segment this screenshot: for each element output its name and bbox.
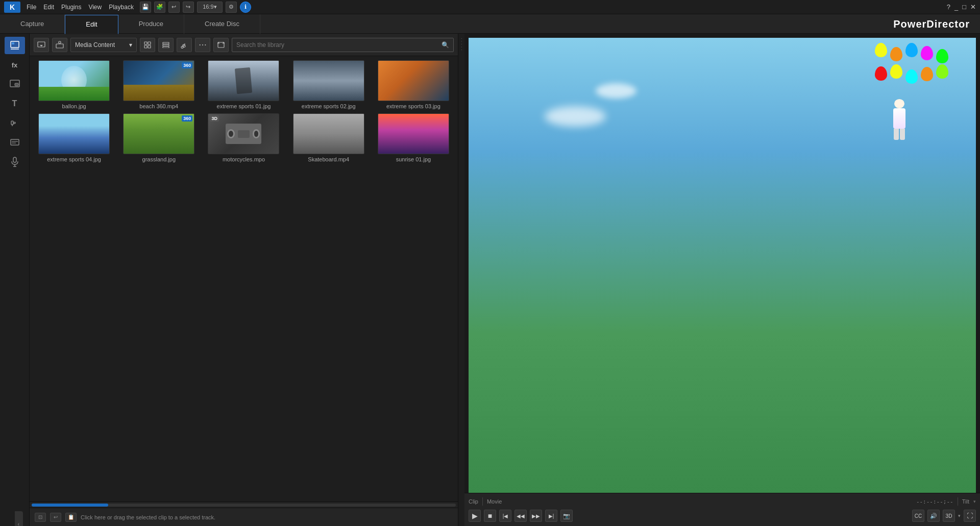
media-filename: extreme sports 01.jpg	[217, 103, 271, 109]
list-item[interactable]: extreme sports 03.jpg	[373, 60, 454, 109]
media-thumbnail	[293, 113, 364, 154]
scrollbar-track[interactable]	[32, 504, 456, 507]
restore-button[interactable]: □	[962, 3, 966, 11]
svg-rect-20	[148, 45, 151, 48]
media-filename: extreme sports 04.jpg	[47, 156, 101, 162]
menu-plugins[interactable]: Plugins	[61, 4, 81, 11]
svg-rect-15	[56, 44, 63, 48]
sidebar-item-captions[interactable]	[5, 134, 25, 151]
list-item[interactable]: 360 grassland.jpg	[118, 113, 199, 162]
next-slow-button[interactable]: ▶▶	[530, 510, 542, 522]
3d-mode-button[interactable]: 3D	[943, 510, 955, 522]
fullscreen-button[interactable]: ⛶	[964, 510, 976, 522]
prev-slow-button[interactable]: ◀◀	[514, 510, 527, 522]
media-scrollbar[interactable]	[30, 501, 458, 508]
plugins-button[interactable]	[52, 38, 67, 52]
tab-produce[interactable]: Produce	[118, 14, 184, 34]
dropdown-chevron-icon: ▾	[129, 41, 132, 49]
undo-icon[interactable]: ↩	[168, 2, 180, 13]
save-icon[interactable]: 💾	[140, 2, 151, 13]
menu-view[interactable]: View	[88, 4, 102, 11]
close-button[interactable]: ✕	[970, 3, 976, 11]
movie-label: Movie	[487, 498, 502, 505]
svg-rect-9	[13, 157, 16, 162]
app-brand: PowerDirector	[893, 18, 970, 30]
view-grid-button[interactable]	[140, 38, 155, 52]
timecode-display: --:--:--;--	[916, 498, 953, 505]
search-input[interactable]	[236, 41, 438, 49]
preview-panel: Clip Movie --:--:--;-- Tilt ▾ ▶ ■ |◀ ◀◀ …	[464, 34, 980, 526]
svg-rect-1	[12, 42, 14, 44]
list-item[interactable]: Skateboard.mp4	[288, 113, 369, 162]
tab-edit[interactable]: Edit	[65, 15, 118, 34]
play-button[interactable]: ▶	[469, 510, 481, 522]
sidebar-item-title[interactable]: T	[5, 95, 25, 112]
tab-capture[interactable]: Capture	[0, 14, 65, 34]
sidebar-item-pip[interactable]	[5, 76, 25, 93]
window-controls: ? _ □ ✕	[947, 3, 976, 11]
audio-button[interactable]: 🔊	[927, 510, 940, 522]
svg-rect-14	[59, 41, 61, 43]
notification-icon[interactable]: ℹ	[240, 2, 251, 13]
main-layout: fx T ‹	[0, 34, 980, 526]
3d-chevron-icon[interactable]: ▾	[958, 513, 961, 518]
svg-point-25	[183, 45, 185, 47]
list-item[interactable]: 3D motorcycles.mpo	[203, 113, 284, 162]
tilt-label: Tilt	[962, 498, 969, 505]
clip-drag-bar: ⊡ ↩ 📋 Click here or drag the selected cl…	[30, 508, 458, 526]
svg-marker-13	[40, 45, 43, 46]
plugin-icon[interactable]: 🧩	[154, 2, 165, 13]
sidebar-item-mic[interactable]	[5, 153, 25, 171]
snapshot-button[interactable]: 📷	[560, 510, 573, 522]
next-frame-button[interactable]: ▶|	[545, 510, 557, 522]
media-filename: sunrise 01.jpg	[396, 156, 431, 162]
minimize-button[interactable]: _	[954, 3, 958, 11]
svg-rect-6	[11, 139, 19, 145]
view-list-button[interactable]	[158, 38, 174, 52]
stop-button[interactable]: ■	[484, 510, 496, 522]
sidebar-collapse-btn[interactable]: ‹	[15, 511, 23, 526]
tab-bar: Capture Edit Produce Create Disc PowerDi…	[0, 14, 980, 34]
sidebar-item-audio[interactable]	[5, 114, 25, 132]
view-all-button[interactable]: ⋯	[195, 38, 210, 52]
settings-icon[interactable]: ⚙	[226, 2, 237, 13]
list-item[interactable]: extreme sports 02.jpg	[288, 60, 369, 109]
menu-file[interactable]: File	[27, 4, 36, 11]
search-box[interactable]: 🔍	[232, 38, 454, 52]
media-thumbnail: 360	[123, 60, 194, 101]
sidebar-item-media[interactable]	[5, 37, 25, 54]
list-item[interactable]: extreme sports 01.jpg	[203, 60, 284, 109]
clip-drag-message: Click here or drag the selected clip to …	[81, 514, 215, 520]
svg-rect-21	[163, 42, 169, 44]
sidebar-item-fx[interactable]: fx	[5, 56, 25, 74]
help-button[interactable]: ?	[947, 3, 950, 11]
media-thumbnail	[293, 60, 364, 101]
list-item[interactable]: extreme sports 04.jpg	[34, 113, 114, 162]
content-type-dropdown[interactable]: Media Content ▾	[70, 38, 137, 52]
middle-panel: Media Content ▾ ⋯ 🔍	[30, 34, 458, 526]
library-toolbar: Media Content ▾ ⋯ 🔍	[30, 34, 458, 56]
svg-rect-4	[15, 83, 18, 86]
tab-create-disc[interactable]: Create Disc	[184, 14, 260, 34]
list-item[interactable]: 360 beach 360.mp4	[118, 60, 199, 109]
import-button[interactable]	[34, 38, 49, 52]
preview-info-bar: Clip Movie --:--:--;-- Tilt ▾	[469, 495, 976, 508]
media-thumbnail: 360	[123, 113, 194, 154]
captions-button[interactable]: CC	[912, 510, 924, 522]
prev-frame-button[interactable]: |◀	[499, 510, 511, 522]
media-filename: beach 360.mp4	[139, 103, 178, 109]
view-audio-button[interactable]	[177, 38, 192, 52]
redo-icon[interactable]: ↪	[183, 2, 194, 13]
view-fullscreen-button[interactable]	[213, 38, 229, 52]
menu-edit[interactable]: Edit	[43, 4, 54, 11]
media-filename: grassland.jpg	[142, 156, 176, 162]
list-item[interactable]: ballon.jpg	[34, 60, 114, 109]
menu-playback[interactable]: Playback	[109, 4, 134, 11]
preview-controls: Clip Movie --:--:--;-- Tilt ▾ ▶ ■ |◀ ◀◀ …	[464, 493, 980, 526]
media-filename: extreme sports 03.jpg	[386, 103, 440, 109]
list-item[interactable]: sunrise 01.jpg	[373, 113, 454, 162]
scrollbar-thumb[interactable]	[32, 504, 108, 507]
aspect-ratio-dropdown[interactable]: 16:9▾	[197, 2, 223, 13]
title-bar: K File Edit Plugins View Playback 💾 🧩 ↩ …	[0, 0, 980, 14]
svg-rect-18	[148, 42, 151, 44]
